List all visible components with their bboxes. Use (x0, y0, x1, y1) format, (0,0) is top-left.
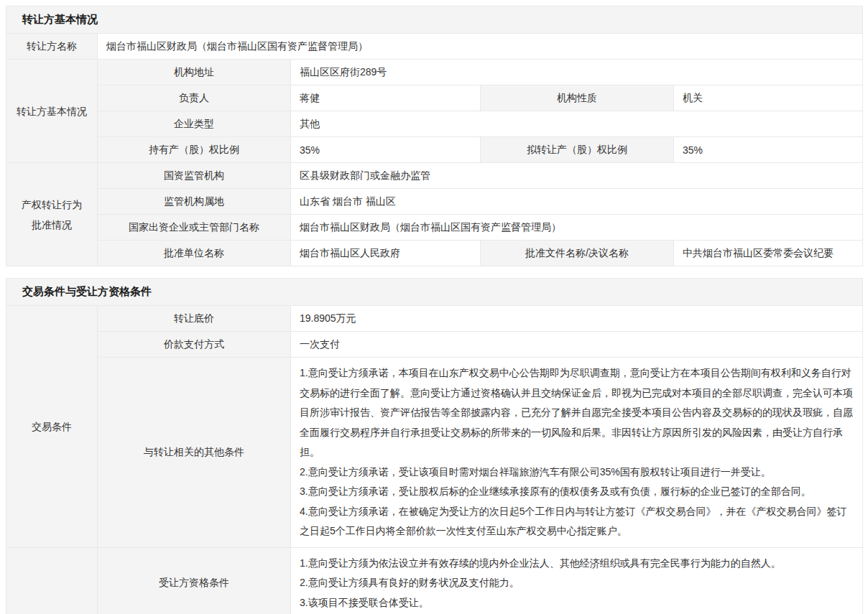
company-type-row: 企业类型 其他 (6, 111, 863, 137)
floor-price-label: 转让底价 (98, 306, 291, 332)
parent-enterprise-value: 烟台市福山区财政局（烟台市福山区国有资产监督管理局） (291, 215, 863, 241)
approval-category: 产权转让行为 批准情况 (6, 163, 98, 266)
qualification-row: 受让方资格条件 1.意向受让方须为依法设立并有效存续的境内外企业法人、其他经济组… (6, 547, 863, 614)
section1-title: 转让方基本情况 (6, 6, 863, 34)
qualification-category-cell (6, 547, 98, 614)
approver-label: 批准单位名称 (98, 241, 291, 266)
section1-header-row: 转让方基本情况 (6, 6, 863, 34)
section2-header-row: 交易条件与受让方资格条件 (6, 279, 863, 306)
head-person-value: 蒋健 (291, 85, 481, 111)
hold-ratio-label: 持有产（股）权比例 (98, 137, 291, 163)
supervisor-row: 产权转让行为 批准情况 国资监管机构 区县级财政部门或金融办监管 (6, 163, 863, 189)
supervisor-region-value: 山东省 烟台市 福山区 (291, 189, 863, 215)
payment-method-value: 一次支付 (291, 332, 863, 358)
supervisor-region-row: 监管机构属地 山东省 烟台市 福山区 (6, 189, 863, 215)
approval-doc-value: 中共烟台市福山区委常委会议纪要 (674, 241, 863, 266)
other-conditions-label: 与转让相关的其他条件 (98, 358, 291, 548)
supervisor-label: 国资监管机构 (98, 163, 291, 189)
floor-price-row: 交易条件 转让底价 19.8905万元 (6, 306, 863, 332)
trade-conditions-table: 交易条件与受让方资格条件 交易条件 转让底价 19.8905万元 价款支付方式 … (6, 278, 863, 614)
org-address-label: 机构地址 (98, 60, 291, 85)
head-person-label: 负责人 (98, 85, 291, 111)
basic-info-category: 转让方基本情况 (6, 60, 98, 163)
transferor-info-table: 转让方基本情况 转让方名称 烟台市福山区财政局（烟台市福山区国有资产监督管理局）… (6, 6, 863, 266)
approver-row: 批准单位名称 烟台市福山区人民政府 批准文件名称/决议名称 中共烟台市福山区委常… (6, 241, 863, 266)
transfer-listing-page: 转让方基本情况 转让方名称 烟台市福山区财政局（烟台市福山区国有资产监督管理局）… (0, 0, 868, 614)
floor-price-value: 19.8905万元 (291, 306, 863, 332)
parent-enterprise-label: 国家出资企业或主管部门名称 (98, 215, 291, 241)
payment-method-row: 价款支付方式 一次支付 (6, 332, 863, 358)
transferor-name-value: 烟台市福山区财政局（烟台市福山区国有资产监督管理局） (98, 34, 863, 60)
other-conditions-row: 与转让相关的其他条件 1.意向受让方须承诺，本项目在山东产权交易中心公告期即为尽… (6, 358, 863, 548)
payment-method-label: 价款支付方式 (98, 332, 291, 358)
company-type-label: 企业类型 (98, 111, 291, 137)
approver-value: 烟台市福山区人民政府 (291, 241, 481, 266)
transferor-name-label: 转让方名称 (6, 34, 98, 60)
org-address-value: 福山区区府街289号 (291, 60, 863, 85)
qualification-value: 1.意向受让方须为依法设立并有效存续的境内外企业法人、其他经济组织或具有完全民事… (291, 547, 863, 614)
qualification-label: 受让方资格条件 (98, 547, 291, 614)
company-type-value: 其他 (291, 111, 863, 137)
parent-enterprise-row: 国家出资企业或主管部门名称 烟台市福山区财政局（烟台市福山区国有资产监督管理局） (6, 215, 863, 241)
approval-doc-label: 批准文件名称/决议名称 (481, 241, 674, 266)
transferor-name-row: 转让方名称 烟台市福山区财政局（烟台市福山区国有资产监督管理局） (6, 34, 863, 60)
transfer-ratio-label: 拟转让产（股）权比例 (481, 137, 674, 163)
supervisor-value: 区县级财政部门或金融办监管 (291, 163, 863, 189)
section2-title: 交易条件与受让方资格条件 (6, 279, 863, 306)
equity-ratio-row: 持有产（股）权比例 35% 拟转让产（股）权比例 35% (6, 137, 863, 163)
head-person-row: 负责人 蒋健 机构性质 机关 (6, 85, 863, 111)
org-address-row: 转让方基本情况 机构地址 福山区区府街289号 (6, 60, 863, 85)
org-nature-label: 机构性质 (481, 85, 674, 111)
other-conditions-value: 1.意向受让方须承诺，本项目在山东产权交易中心公告期即为尽职调查期，意向受让方在… (291, 358, 863, 548)
hold-ratio-value: 35% (291, 137, 481, 163)
trade-conditions-category: 交易条件 (6, 306, 98, 548)
org-nature-value: 机关 (674, 85, 863, 111)
supervisor-region-label: 监管机构属地 (98, 189, 291, 215)
transfer-ratio-value: 35% (674, 137, 863, 163)
section-gap (6, 266, 862, 278)
